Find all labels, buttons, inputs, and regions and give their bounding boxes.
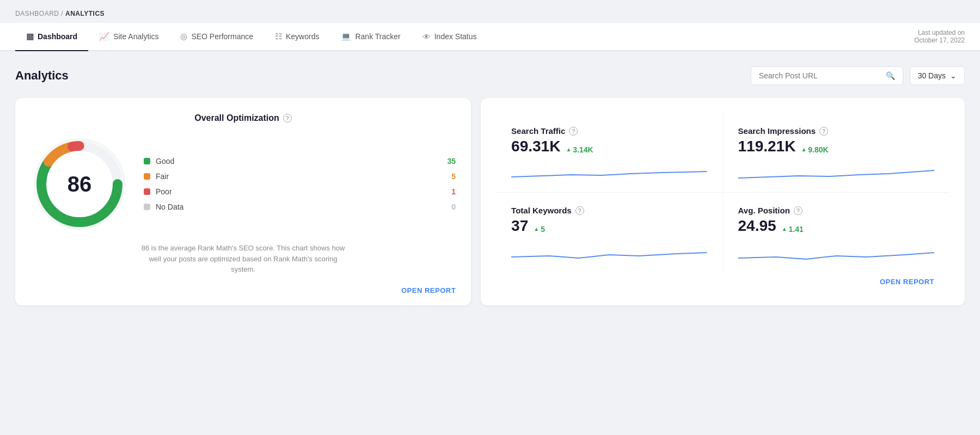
fair-label: Fair bbox=[156, 172, 446, 181]
total-keywords-value-row: 37 ▲ 5 bbox=[511, 217, 707, 235]
tab-dashboard-label: Dashboard bbox=[38, 32, 77, 41]
legend-nodata: No Data 0 bbox=[144, 203, 456, 211]
nodata-dot bbox=[144, 204, 150, 210]
legend-poor: Poor 1 bbox=[144, 187, 456, 196]
search-impressions-arrow: ▲ bbox=[801, 146, 806, 152]
metrics-card: Search Traffic ? 69.31K ▲ 3.14K bbox=[481, 98, 965, 305]
target-icon: ◎ bbox=[180, 32, 187, 41]
monitor2-icon: 💻 bbox=[341, 32, 351, 41]
last-updated: Last updated on October 17, 2022 bbox=[914, 24, 965, 48]
page-title: Analytics bbox=[15, 69, 69, 83]
metric-search-traffic: Search Traffic ? 69.31K ▲ 3.14K bbox=[496, 113, 722, 193]
total-keywords-label: Total Keywords bbox=[511, 206, 572, 215]
donut-score: 86 bbox=[68, 172, 92, 197]
search-traffic-label: Search Traffic bbox=[511, 126, 565, 136]
search-impressions-value-row: 119.21K ▲ 9.80K bbox=[738, 138, 934, 155]
header-controls: 🔍 30 Days ⌄ bbox=[751, 66, 965, 85]
optimization-description: 86 is the average Rank Math's SEO score.… bbox=[140, 243, 347, 275]
avg-position-value-row: 24.95 ▲ 1.41 bbox=[738, 217, 934, 235]
main-content: Analytics 🔍 30 Days ⌄ Overall Optimizati… bbox=[0, 51, 980, 305]
last-updated-date: October 17, 2022 bbox=[914, 36, 965, 44]
avg-position-help[interactable]: ? bbox=[794, 206, 803, 215]
search-impressions-value: 119.21K bbox=[738, 138, 796, 155]
search-impressions-header: Search Impressions ? bbox=[738, 126, 934, 136]
breadcrumb-separator: / bbox=[61, 10, 65, 17]
optimization-open-report[interactable]: OPEN REPORT bbox=[401, 286, 456, 295]
total-keywords-header: Total Keywords ? bbox=[511, 206, 707, 215]
chart-legend-row: 86 Good 35 Fair 5 bbox=[30, 135, 456, 233]
fair-value: 5 bbox=[451, 172, 456, 181]
tab-seo-performance-label: SEO Performance bbox=[191, 32, 253, 41]
tab-index-status[interactable]: 👁 Index Status bbox=[412, 23, 488, 51]
tab-dashboard[interactable]: ▩ Dashboard bbox=[15, 23, 88, 51]
total-keywords-delta: ▲ 5 bbox=[534, 225, 545, 234]
cards-row: Overall Optimization ? bbox=[15, 98, 965, 305]
good-dot bbox=[144, 158, 150, 164]
legend-good: Good 35 bbox=[144, 157, 456, 166]
tab-rank-tracker[interactable]: 💻 Rank Tracker bbox=[330, 23, 411, 51]
chevron-down-icon: ⌄ bbox=[950, 71, 957, 80]
legend-fair: Fair 5 bbox=[144, 172, 456, 181]
avg-position-label: Avg. Position bbox=[738, 206, 790, 215]
days-dropdown[interactable]: 30 Days ⌄ bbox=[910, 66, 965, 85]
total-keywords-sparkline bbox=[511, 242, 707, 264]
good-value: 35 bbox=[448, 157, 456, 166]
tab-bar: ▩ Dashboard 📈 Site Analytics ◎ SEO Perfo… bbox=[0, 23, 980, 51]
avg-position-sparkline bbox=[738, 242, 934, 264]
avg-position-value: 24.95 bbox=[738, 217, 776, 235]
search-traffic-value-row: 69.31K ▲ 3.14K bbox=[511, 138, 707, 155]
donut-chart: 86 bbox=[30, 135, 128, 233]
optimization-card: Overall Optimization ? bbox=[15, 98, 471, 305]
poor-dot bbox=[144, 188, 150, 195]
poor-label: Poor bbox=[156, 187, 446, 196]
search-impressions-sparkline bbox=[738, 162, 934, 183]
avg-position-delta: ▲ 1.41 bbox=[782, 225, 804, 234]
last-updated-label: Last updated on bbox=[918, 29, 965, 36]
monitor-icon: ▩ bbox=[26, 32, 34, 41]
search-traffic-delta-value: 3.14K bbox=[573, 145, 593, 154]
avg-position-header: Avg. Position ? bbox=[738, 206, 934, 215]
search-traffic-value: 69.31K bbox=[511, 138, 560, 155]
breadcrumb-current: ANALYTICS bbox=[65, 10, 105, 17]
avg-position-arrow: ▲ bbox=[782, 226, 787, 232]
nodata-label: No Data bbox=[156, 203, 446, 211]
search-traffic-header: Search Traffic ? bbox=[511, 126, 707, 136]
optimization-help-icon[interactable]: ? bbox=[283, 114, 292, 122]
metric-avg-position: Avg. Position ? 24.95 ▲ 1.41 bbox=[723, 193, 950, 272]
search-traffic-arrow: ▲ bbox=[566, 146, 571, 152]
poor-value: 1 bbox=[451, 187, 456, 196]
page-header: Analytics 🔍 30 Days ⌄ bbox=[15, 66, 965, 85]
avg-position-delta-value: 1.41 bbox=[789, 225, 804, 234]
metrics-open-report[interactable]: OPEN REPORT bbox=[880, 278, 934, 286]
chart-icon: 📈 bbox=[99, 32, 109, 41]
search-box[interactable]: 🔍 bbox=[751, 66, 903, 85]
search-traffic-help[interactable]: ? bbox=[569, 127, 578, 136]
good-label: Good bbox=[156, 157, 442, 166]
total-keywords-help[interactable]: ? bbox=[575, 206, 584, 215]
tab-site-analytics[interactable]: 📈 Site Analytics bbox=[88, 23, 169, 51]
total-keywords-delta-value: 5 bbox=[541, 225, 545, 234]
tab-site-analytics-label: Site Analytics bbox=[113, 32, 158, 41]
search-traffic-delta: ▲ 3.14K bbox=[566, 145, 593, 154]
optimization-title: Overall Optimization ? bbox=[194, 113, 292, 123]
tab-keywords-label: Keywords bbox=[286, 32, 319, 41]
fair-dot bbox=[144, 173, 150, 180]
search-impressions-delta: ▲ 9.80K bbox=[801, 145, 828, 154]
total-keywords-arrow: ▲ bbox=[534, 226, 539, 232]
metric-search-impressions: Search Impressions ? 119.21K ▲ 9.80K bbox=[723, 113, 950, 193]
breadcrumb-root[interactable]: DASHBOARD bbox=[15, 10, 59, 17]
tab-rank-tracker-label: Rank Tracker bbox=[355, 32, 400, 41]
days-label: 30 Days bbox=[918, 71, 946, 80]
tab-seo-performance[interactable]: ◎ SEO Performance bbox=[169, 23, 264, 51]
optimization-legend: Good 35 Fair 5 Poor 1 N bbox=[144, 157, 456, 211]
metrics-grid: Search Traffic ? 69.31K ▲ 3.14K bbox=[496, 113, 950, 272]
nodata-value: 0 bbox=[451, 203, 456, 211]
tab-index-status-label: Index Status bbox=[434, 32, 477, 41]
search-input[interactable] bbox=[759, 71, 881, 80]
list-icon: ☷ bbox=[275, 32, 282, 41]
search-impressions-help[interactable]: ? bbox=[819, 127, 828, 136]
tab-keywords[interactable]: ☷ Keywords bbox=[264, 23, 330, 51]
breadcrumb: DASHBOARD / ANALYTICS bbox=[0, 0, 980, 23]
metric-total-keywords: Total Keywords ? 37 ▲ 5 bbox=[496, 193, 722, 272]
search-icon: 🔍 bbox=[886, 71, 895, 80]
